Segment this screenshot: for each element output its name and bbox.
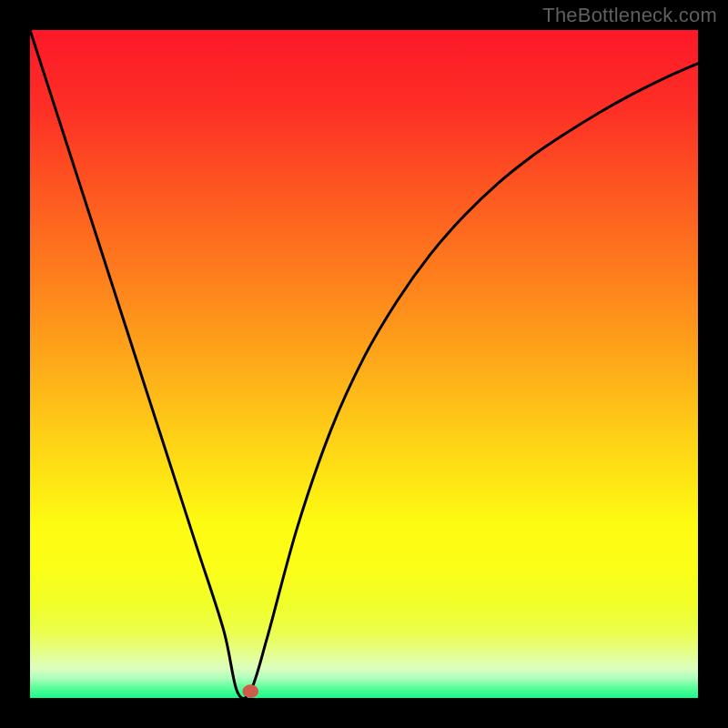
optimum-marker xyxy=(242,684,258,698)
chart-frame: TheBottleneck.com xyxy=(0,0,728,728)
watermark-text: TheBottleneck.com xyxy=(542,4,717,27)
plot-area xyxy=(30,30,698,698)
chart-svg xyxy=(30,30,698,698)
gradient-rect xyxy=(30,30,698,698)
